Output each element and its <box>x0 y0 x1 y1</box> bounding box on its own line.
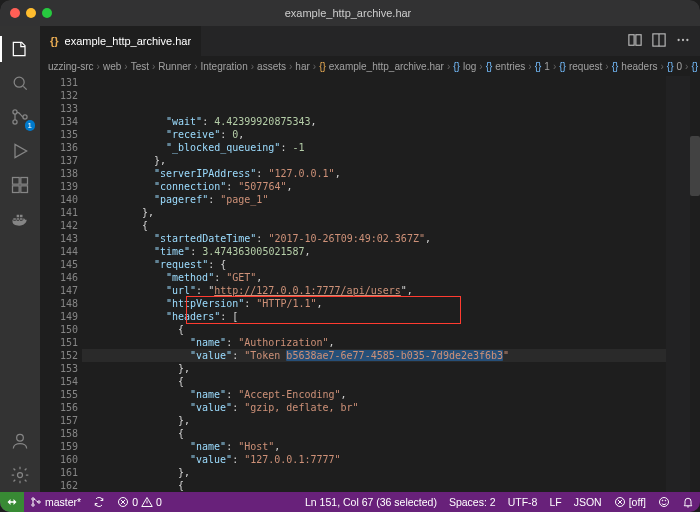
svg-point-8 <box>17 434 24 441</box>
search-icon[interactable] <box>0 66 40 100</box>
accounts-icon[interactable] <box>0 424 40 458</box>
eol[interactable]: LF <box>543 492 567 512</box>
editor-group: {} example_http_archive.har uzzing-src›w… <box>40 26 700 492</box>
docker-icon[interactable] <box>0 202 40 236</box>
feedback-icon[interactable] <box>652 492 676 512</box>
code-editor[interactable]: 1311321331341351361371381391401411421431… <box>40 76 700 492</box>
svg-point-3 <box>23 115 27 119</box>
svg-point-21 <box>660 498 669 507</box>
explorer-icon[interactable] <box>0 32 40 66</box>
svg-point-22 <box>662 500 663 501</box>
editor-tab[interactable]: {} example_http_archive.har <box>40 26 202 56</box>
line-number-gutter: 1311321331341351361371381391401411421431… <box>40 76 82 492</box>
split-editor-icon[interactable] <box>652 33 666 50</box>
editor-tabs: {} example_http_archive.har <box>40 26 700 56</box>
source-control-icon[interactable]: 1 <box>0 100 40 134</box>
svg-point-17 <box>32 504 34 506</box>
json-file-icon: {} <box>50 35 59 47</box>
svg-point-0 <box>14 77 24 87</box>
window-controls <box>0 8 52 18</box>
status-bar: master* 0 0 Ln 151, Col 67 (36 selected)… <box>0 492 700 512</box>
svg-rect-10 <box>629 34 634 45</box>
editor-actions <box>618 26 700 56</box>
encoding[interactable]: UTF-8 <box>502 492 544 512</box>
svg-point-14 <box>682 38 684 40</box>
prettier-status[interactable]: [off] <box>608 492 652 512</box>
extensions-icon[interactable] <box>0 168 40 202</box>
svg-rect-11 <box>636 34 641 45</box>
svg-point-13 <box>677 38 679 40</box>
remote-indicator[interactable] <box>0 492 24 512</box>
sync-button[interactable] <box>87 492 111 512</box>
maximize-window-button[interactable] <box>42 8 52 18</box>
svg-rect-5 <box>21 178 28 185</box>
minimap[interactable] <box>666 76 690 492</box>
more-actions-icon[interactable] <box>676 33 690 50</box>
notifications-icon[interactable] <box>676 492 700 512</box>
svg-point-15 <box>686 38 688 40</box>
svg-point-1 <box>13 110 17 114</box>
window-title: example_http_archive.har <box>52 7 644 19</box>
git-branch[interactable]: master* <box>24 492 87 512</box>
svg-rect-4 <box>13 178 20 185</box>
window-titlebar: example_http_archive.har <box>0 0 700 26</box>
breadcrumbs[interactable]: uzzing-src›web›Test›Runner›Integration›a… <box>40 56 700 76</box>
scm-badge: 1 <box>25 120 35 131</box>
vertical-scrollbar[interactable] <box>690 76 700 492</box>
svg-rect-7 <box>21 186 28 193</box>
code-content[interactable]: "wait": 4.42399920875343,"receive": 0,"_… <box>82 76 666 492</box>
language-mode[interactable]: JSON <box>568 492 608 512</box>
cursor-position[interactable]: Ln 151, Col 67 (36 selected) <box>299 492 443 512</box>
minimize-window-button[interactable] <box>26 8 36 18</box>
close-window-button[interactable] <box>10 8 20 18</box>
run-debug-icon[interactable] <box>0 134 40 168</box>
tab-filename: example_http_archive.har <box>65 35 192 47</box>
settings-gear-icon[interactable] <box>0 458 40 492</box>
svg-point-23 <box>665 500 666 501</box>
activity-bar: 1 <box>0 26 40 492</box>
svg-point-2 <box>13 120 17 124</box>
svg-point-9 <box>18 473 23 478</box>
problems[interactable]: 0 0 <box>111 492 168 512</box>
compare-icon[interactable] <box>628 33 642 50</box>
indentation[interactable]: Spaces: 2 <box>443 492 502 512</box>
svg-rect-6 <box>13 186 20 193</box>
